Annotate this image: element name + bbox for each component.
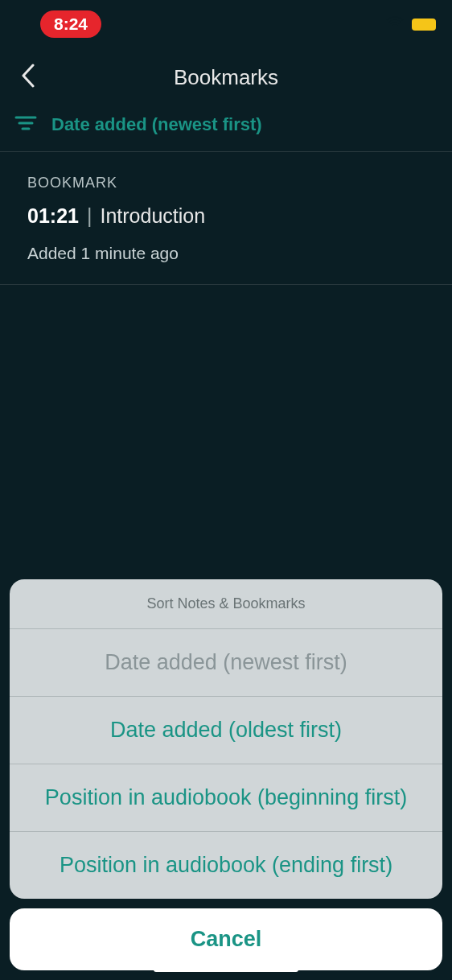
battery-icon — [412, 19, 436, 31]
sort-option-ending[interactable]: Position in audiobook (ending first) — [10, 832, 442, 899]
bookmark-age: Added 1 minute ago — [27, 244, 425, 263]
action-sheet-title: Sort Notes & Bookmarks — [10, 579, 442, 629]
bookmark-separator: | — [87, 204, 92, 228]
sort-option-oldest[interactable]: Date added (oldest first) — [10, 697, 442, 764]
bookmark-timestamp: 01:21 — [27, 204, 79, 228]
sort-option-beginning[interactable]: Position in audiobook (beginning first) — [10, 764, 442, 832]
wifi-icon — [386, 16, 404, 32]
bookmark-item[interactable]: BOOKMARK 01:21 | Introduction Added 1 mi… — [0, 152, 452, 285]
bookmark-tag: BOOKMARK — [27, 175, 425, 191]
back-button[interactable] — [21, 64, 35, 91]
home-indicator[interactable] — [154, 967, 298, 972]
status-bar: 8:24 — [0, 0, 452, 48]
status-icons — [386, 16, 436, 32]
sort-label: Date added (newest first) — [51, 114, 262, 135]
chevron-left-icon — [21, 64, 35, 88]
nav-header: Bookmarks — [0, 48, 452, 106]
bookmark-chapter: Introduction — [100, 204, 205, 228]
action-sheet: Sort Notes & Bookmarks Date added (newes… — [0, 579, 452, 980]
action-sheet-group: Sort Notes & Bookmarks Date added (newes… — [10, 579, 442, 899]
filter-icon — [14, 115, 37, 134]
sort-option-newest[interactable]: Date added (newest first) — [10, 629, 442, 697]
bookmark-main: 01:21 | Introduction — [27, 204, 425, 228]
sort-control[interactable]: Date added (newest first) — [0, 106, 452, 152]
cancel-button[interactable]: Cancel — [10, 908, 442, 970]
page-title: Bookmarks — [16, 65, 436, 90]
recording-time-pill[interactable]: 8:24 — [40, 10, 101, 38]
